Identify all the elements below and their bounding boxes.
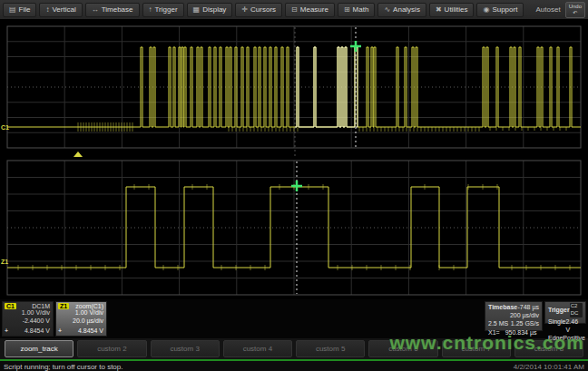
menu-timebase[interactable]: ↔Timebase [85,3,140,17]
display-icon: ▦ [193,6,201,14]
undo-arrow-icon: ↶ [573,10,577,16]
button-custom-7[interactable]: custom 7 [442,340,511,357]
timebase-offset: -748 µs [518,303,540,311]
oscilloscope-app: ▤File ↕Vertical ↔Timebase ↑Trigger ▦Disp… [0,0,588,371]
menu-file[interactable]: ▤File [3,3,36,17]
waveform-display[interactable]: C1Z1 [0,20,588,299]
menu-cursors-label: Cursors [250,5,276,14]
menu-utilities[interactable]: ✖Utilities [429,3,474,17]
z1-cursor-icon: + [58,327,62,334]
cursor-cross-icon: ✛ [241,6,248,14]
menu-display[interactable]: ▦Display [187,3,233,17]
status-datetime: 4/2/2014 10:01:41 AM [514,363,584,371]
menubar-right: Autoset Undo ↶ [536,2,585,18]
menu-vertical-label: Vertical [52,5,75,14]
menu-display-label: Display [202,5,226,14]
menu-math-label: Math [353,5,369,14]
trigger-mode: Single [548,317,565,334]
trigger-title: Trigger [548,306,570,314]
c1-vdiv: 1.00 V/div [5,309,50,317]
channel-c1-descriptor[interactable]: C1 DC1M 1.00 V/div -2.4400 V + 4.8454 V [2,301,54,337]
undo-label: Undo [569,4,582,10]
timebase-samples: 2.5 MS [488,319,508,327]
caliper-icon: ⊟ [291,6,298,14]
menu-vertical[interactable]: ↕Vertical [39,3,82,17]
button-custom-4[interactable]: custom 4 [223,340,292,357]
z1-tdiv: 20.0 µs/div [58,317,103,326]
zoom-z1-descriptor[interactable]: Z1 zoom(C1) 1.00 V/div 20.0 µs/div + 4.8… [55,301,107,337]
descriptor-row: C1 DC1M 1.00 V/div -2.4400 V + 4.8454 V … [0,299,588,338]
menu-measure-label: Measure [300,5,328,14]
menu-analysis[interactable]: ∿Analysis [377,3,426,17]
menu-timebase-label: Timebase [102,5,133,14]
timebase-scale: 200 µs/div [510,311,539,319]
support-info-icon: ◉ [483,6,489,14]
autoset-button[interactable]: Autoset [536,5,561,14]
c1-cursor-icon: + [5,327,8,334]
timebase-title: Timebase [488,303,517,311]
menu-support[interactable]: ◉Support [476,3,524,17]
scope-graticule: C1Z1 [0,20,588,299]
button-custom-8[interactable]: custom 8 [514,340,583,357]
menu-measure[interactable]: ⊟Measure [285,3,335,17]
button-custom-3[interactable]: custom 3 [151,340,220,357]
trigger-box[interactable]: Trigger C2 DC Single 2.46 V Edge Positiv… [544,301,586,324]
menu-trigger-label: Trigger [155,5,178,14]
z1-source: zoom(C1) [75,303,103,309]
button-custom-6[interactable]: custom 6 [368,340,437,357]
button-custom-2[interactable]: custom 2 [77,340,146,357]
z1-cursor-value: 4.8454 V [78,327,103,334]
menu-bar: ▤File ↕Vertical ↔Timebase ↑Trigger ▦Disp… [0,0,588,20]
trigger-slope: Positive [563,334,585,342]
x1-cursor-label: X1= [488,328,500,337]
menu-cursors[interactable]: ✛Cursors [235,3,282,17]
trigger-kind: Edge [548,334,563,342]
trigger-level: 2.46 V [565,317,583,334]
c1-cursor-value: 4.8454 V [24,327,50,334]
status-bar: Script running; turn off cursor to stop.… [0,359,588,371]
custom-button-row: zoom_track custom 2 custom 3 custom 4 cu… [0,338,588,359]
c1-coupling: DC1M [32,303,50,309]
x1-cursor-value: 950.834 µs [505,328,537,337]
menu-trigger[interactable]: ↑Trigger [142,3,184,17]
menu-file-label: File [19,5,31,14]
menu-analysis-label: Analysis [393,5,420,14]
z1-vdiv: 1.00 V/div [58,309,103,317]
status-message: Script running; turn off cursor to stop. [4,363,122,371]
button-custom-5[interactable]: custom 5 [296,340,365,357]
undo-button[interactable]: Undo ↶ [565,2,585,18]
horizontal-arrows-icon: ↔ [92,6,99,14]
menu-support-label: Support [492,5,517,14]
menu-utilities-label: Utilities [445,5,468,14]
vertical-arrows-icon: ↕ [45,6,49,14]
button-zoom-track[interactable]: zoom_track [5,340,74,357]
svg-text:Z1: Z1 [1,259,8,265]
z1-badge: Z1 [58,303,69,309]
trigger-source-badge: C2 DC [570,303,583,317]
utilities-tools-icon: ✖ [436,6,442,14]
c1-badge: C1 [5,303,16,309]
analysis-wave-icon: ∿ [384,6,390,14]
menu-math[interactable]: ⊞Math [338,3,376,17]
trigger-arrow-icon: ↑ [149,6,152,14]
math-icon: ⊞ [344,6,350,14]
timebase-box[interactable]: Timebase -748 µs 200 µs/div 2.5 MS 1.25 … [485,301,543,331]
c1-offset: -2.4400 V [5,317,50,326]
file-icon: ▤ [9,6,16,14]
svg-text:C1: C1 [1,124,9,131]
timebase-rate: 1.25 GS/s [511,319,539,327]
